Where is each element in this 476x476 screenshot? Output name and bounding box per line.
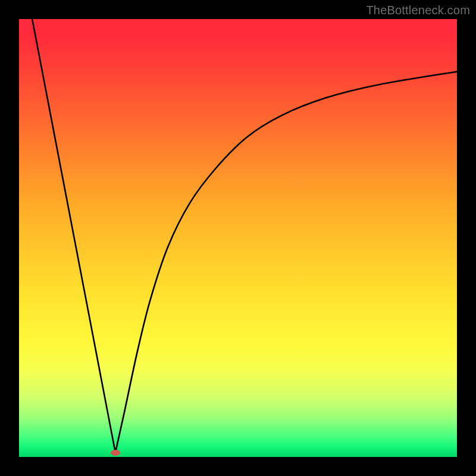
minimum-marker-icon bbox=[111, 450, 120, 456]
curve-svg bbox=[19, 19, 457, 457]
plot-area bbox=[19, 19, 457, 457]
curve-left-descent bbox=[32, 19, 115, 453]
watermark-text: TheBottleneck.com bbox=[366, 4, 470, 17]
curve-right-rise bbox=[115, 71, 457, 452]
chart-frame: TheBottleneck.com bbox=[0, 0, 476, 476]
